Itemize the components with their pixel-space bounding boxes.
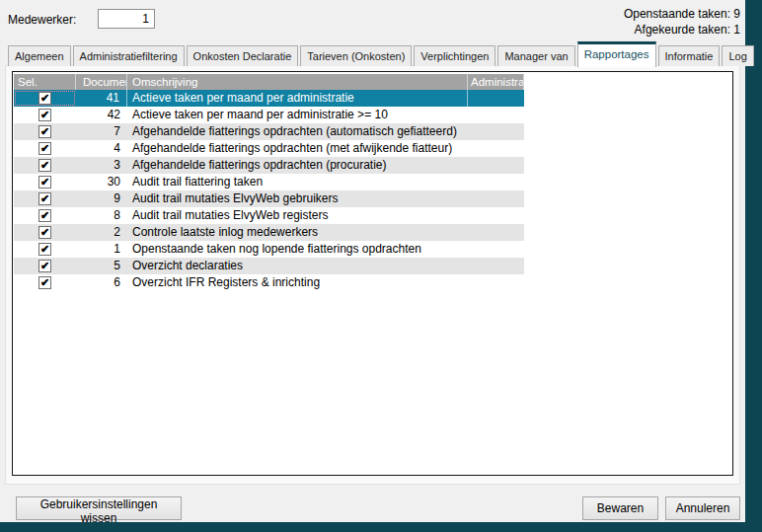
- column-header-administratie[interactable]: Administra: [468, 74, 524, 90]
- table-row[interactable]: ✔2Controle laatste inlog medewerkers: [14, 224, 524, 241]
- reports-grid: Sel. Documen Omschrijving Administra ✔41…: [14, 74, 524, 291]
- report-description: Afgehandelde fiatterings opdrachten (pro…: [127, 157, 468, 174]
- table-row[interactable]: ✔41Actieve taken per maand per administr…: [14, 90, 524, 107]
- report-description: Audit trail mutaties ElvyWeb gebruikers: [127, 190, 468, 207]
- openstaande-taken-label: Openstaande taken: 9: [624, 6, 740, 22]
- report-description: Audit trail mutaties ElvyWeb registers: [127, 207, 468, 224]
- table-row[interactable]: ✔30Audit trail fiattering taken: [14, 174, 524, 190]
- row-checkbox[interactable]: ✔: [38, 276, 51, 289]
- column-header-sel[interactable]: Sel.: [14, 74, 76, 90]
- tab-tarieven-onkosten-[interactable]: Tarieven (Onkosten): [300, 45, 412, 66]
- administratie-cell: [468, 241, 524, 258]
- row-checkbox[interactable]: ✔: [38, 176, 51, 189]
- sel-cell: ✔: [14, 241, 76, 258]
- row-checkbox[interactable]: ✔: [38, 92, 51, 105]
- sel-cell: ✔: [14, 107, 76, 123]
- document-number: 7: [76, 123, 127, 140]
- report-description: Openstaande taken nog lopende fiattering…: [127, 241, 468, 258]
- medewerker-input[interactable]: [98, 9, 155, 29]
- row-checkbox[interactable]: ✔: [38, 109, 51, 121]
- grid-header-row: Sel. Documen Omschrijving Administra: [14, 74, 524, 90]
- row-checkbox[interactable]: ✔: [38, 192, 51, 205]
- column-header-omschrijving[interactable]: Omschrijving: [127, 74, 468, 90]
- administratie-cell: [468, 123, 524, 140]
- table-row[interactable]: ✔3Afgehandelde fiatterings opdrachten (p…: [14, 157, 524, 174]
- afgekeurde-taken-label: Afgekeurde taken: 1: [624, 22, 740, 38]
- medewerker-label: Medewerker:: [8, 13, 76, 27]
- task-counts: Openstaande taken: 9 Afgekeurde taken: 1: [624, 6, 740, 38]
- document-number: 4: [76, 140, 127, 157]
- tab-rapportages[interactable]: Rapportages: [577, 41, 656, 67]
- tab-informatie[interactable]: Informatie: [658, 45, 721, 66]
- sel-cell: ✔: [14, 274, 76, 291]
- document-number: 30: [76, 174, 127, 190]
- table-row[interactable]: ✔7Afgehandelde fiatterings opdrachten (a…: [14, 123, 524, 140]
- administratie-cell: [468, 274, 524, 291]
- document-number: 3: [76, 157, 127, 174]
- table-row[interactable]: ✔8Audit trail mutaties ElvyWeb registers: [14, 207, 524, 224]
- report-description: Audit trail fiattering taken: [127, 174, 468, 190]
- tab-onkosten-declaratie[interactable]: Onkosten Declaratie: [187, 45, 299, 66]
- tab-log[interactable]: Log: [722, 45, 753, 66]
- tab-manager-van[interactable]: Manager van: [497, 45, 574, 66]
- document-number: 42: [76, 107, 127, 123]
- table-row[interactable]: ✔5Overzicht declaraties: [14, 258, 524, 274]
- administratie-cell: [468, 190, 524, 207]
- tab-algemeen[interactable]: Algemeen: [8, 45, 71, 66]
- sel-cell: ✔: [14, 190, 76, 207]
- tab-administratiefiltering[interactable]: Administratiefiltering: [73, 45, 185, 66]
- report-description: Afgehandelde fiatterings opdrachten (aut…: [127, 123, 468, 140]
- row-checkbox[interactable]: ✔: [38, 209, 51, 222]
- row-checkbox[interactable]: ✔: [38, 142, 51, 155]
- gebruikersinstellingen-wissen-button[interactable]: Gebruikersinstellingen wissen: [16, 496, 182, 520]
- administratie-cell: [468, 258, 524, 274]
- document-number: 9: [76, 190, 127, 207]
- document-number: 5: [76, 258, 127, 274]
- sel-cell: ✔: [14, 174, 76, 190]
- report-description: Overzicht IFR Registers & inrichting: [127, 274, 468, 291]
- report-description: Actieve taken per maand per administrati…: [127, 90, 468, 107]
- sel-cell: ✔: [14, 157, 76, 174]
- administratie-cell: [468, 140, 524, 157]
- report-description: Afgehandelde fiatterings opdrachten (met…: [127, 140, 468, 157]
- row-checkbox[interactable]: ✔: [38, 260, 51, 272]
- table-row[interactable]: ✔42Actieve taken per maand per administr…: [14, 107, 524, 123]
- tab-strip: AlgemeenAdministratiefilteringOnkosten D…: [8, 40, 754, 66]
- window-frame-right: [745, 0, 762, 532]
- sel-cell: ✔: [14, 207, 76, 224]
- report-description: Overzicht declaraties: [127, 258, 468, 274]
- administratie-cell: [468, 90, 524, 107]
- report-description: Controle laatste inlog medewerkers: [127, 224, 468, 241]
- annuleren-button[interactable]: Annuleren: [665, 496, 740, 520]
- administratie-cell: [468, 107, 524, 123]
- row-checkbox[interactable]: ✔: [38, 226, 51, 239]
- sel-cell: ✔: [14, 123, 76, 140]
- reports-grid-container: Sel. Documen Omschrijving Administra ✔41…: [12, 71, 733, 476]
- document-number: 6: [76, 274, 127, 291]
- report-description: Actieve taken per maand per administrati…: [127, 107, 468, 123]
- sel-cell: ✔: [14, 140, 76, 157]
- table-row[interactable]: ✔6Overzicht IFR Registers & inrichting: [14, 274, 524, 291]
- sel-cell: ✔: [14, 258, 76, 274]
- row-checkbox[interactable]: ✔: [38, 243, 51, 256]
- administratie-cell: [468, 157, 524, 174]
- row-checkbox[interactable]: ✔: [38, 159, 51, 172]
- table-row[interactable]: ✔9Audit trail mutaties ElvyWeb gebruiker…: [14, 190, 524, 207]
- column-header-document[interactable]: Documen: [76, 74, 127, 90]
- document-number: 41: [76, 90, 127, 107]
- document-number: 8: [76, 207, 127, 224]
- sel-cell: ✔: [14, 90, 76, 107]
- sel-cell: ✔: [14, 224, 76, 241]
- bewaren-button[interactable]: Bewaren: [582, 496, 658, 520]
- document-number: 1: [76, 241, 127, 258]
- administratie-cell: [468, 224, 524, 241]
- administratie-cell: [468, 174, 524, 190]
- tab-verplichtingen[interactable]: Verplichtingen: [414, 45, 495, 66]
- grid-rows: ✔41Actieve taken per maand per administr…: [14, 90, 524, 291]
- row-checkbox[interactable]: ✔: [38, 125, 51, 138]
- table-row[interactable]: ✔4Afgehandelde fiatterings opdrachten (m…: [14, 140, 524, 157]
- document-number: 2: [76, 224, 127, 241]
- administratie-cell: [468, 207, 524, 224]
- table-row[interactable]: ✔1Openstaande taken nog lopende fiatteri…: [14, 241, 524, 258]
